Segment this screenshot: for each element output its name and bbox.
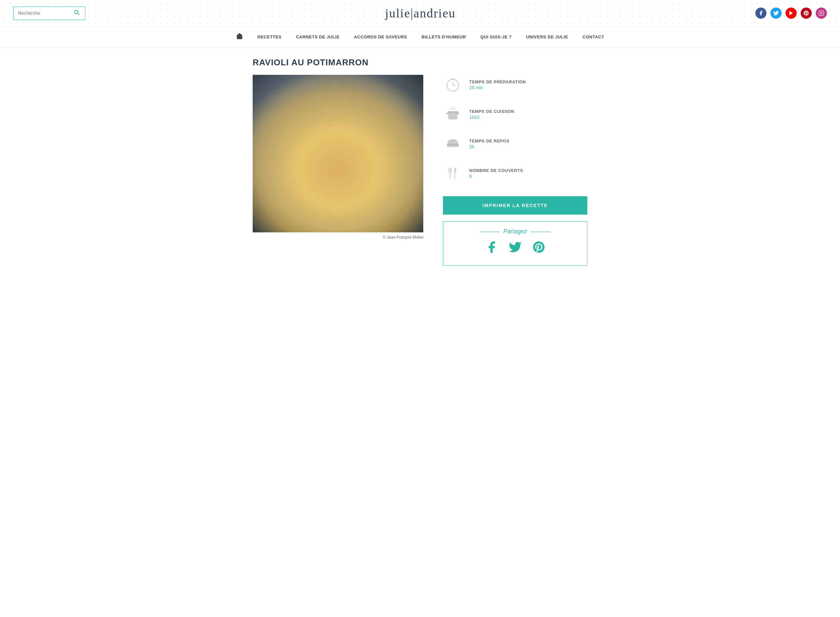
svg-point-14 [302,170,315,183]
covers-block: NOMBRE DE COUVERTS 6 [443,164,587,183]
svg-marker-11 [315,177,354,204]
cook-time-value: 1h10 [469,115,514,120]
share-twitter-icon[interactable] [508,240,522,257]
site-logo[interactable]: julie|andrieu [385,6,455,20]
pinterest-icon[interactable] [801,7,812,19]
svg-point-12 [309,130,327,144]
nav-home[interactable] [229,27,251,47]
svg-point-0 [75,10,78,14]
share-section: Partagez [443,221,587,266]
header: julie|andrieu [0,0,840,27]
covers-text: NOMBRE DE COUVERTS 6 [469,168,523,179]
svg-rect-3 [819,11,824,16]
search-input[interactable] [18,10,74,16]
svg-marker-8 [325,121,364,150]
image-caption: © Jean-François Mallet [253,235,423,239]
svg-point-16 [327,192,339,200]
svg-rect-30 [457,113,459,114]
clock-icon [443,75,463,94]
recipe-image-svg [253,75,423,232]
search-button[interactable] [74,9,80,17]
search-container [13,7,85,20]
recipe-image-column: © Jean-François Mallet [253,75,423,239]
prep-time-block: TEMPS DE PRÉPARATION 25 min [443,75,587,94]
recipe-content: © Jean-François Mallet TEMPS DE PRÉPARAT… [253,75,587,266]
nav-item-billets[interactable]: BILLETS D'HUMEUR [414,28,473,45]
print-button[interactable]: IMPRIMER LA RECETTE [443,196,587,215]
cook-time-text: TEMPS DE CUISSON 1h10 [469,109,514,120]
svg-rect-31 [447,144,459,145]
rest-time-label: TEMPS DE REPOS [469,139,510,143]
instagram-icon[interactable] [816,7,827,19]
svg-marker-9 [305,160,345,186]
main-content: RAVIOLI AU POTIMARRON [240,58,600,266]
svg-marker-10 [338,140,377,177]
share-facebook-icon[interactable] [485,240,498,257]
cutlery-icon [443,164,463,183]
facebook-icon[interactable] [755,7,766,19]
recipe-title: RAVIOLI AU POTIMARRON [253,58,587,68]
covers-label: NOMBRE DE COUVERTS [469,168,523,173]
svg-point-13 [350,125,365,136]
recipe-info-column: TEMPS DE PRÉPARATION 25 min [443,75,587,266]
pot-icon [443,104,463,124]
search-icon [74,9,80,15]
svg-point-20 [322,132,328,136]
social-icons-group [755,7,827,19]
covers-value: 6 [469,174,523,179]
svg-rect-28 [448,111,458,113]
svg-point-6 [256,101,420,232]
svg-point-19 [351,186,359,193]
youtube-icon[interactable] [785,7,797,19]
cook-time-block: TEMPS DE CUISSON 1h10 [443,104,587,124]
prep-time-value: 25 min [469,85,526,90]
svg-rect-5 [253,75,423,232]
share-pinterest-icon[interactable] [532,240,546,257]
svg-marker-2 [790,11,793,15]
cook-time-label: TEMPS DE CUISSON [469,109,514,114]
nav-item-carnets[interactable]: CARNETS DE JULIE [289,28,347,45]
share-title: Partagez [453,228,577,235]
svg-point-15 [361,156,374,164]
nav-item-contact[interactable]: CONTACT [575,28,611,45]
prep-time-label: TEMPS DE PRÉPARATION [469,80,526,84]
svg-point-21 [349,152,354,155]
twitter-icon[interactable] [771,7,782,19]
svg-point-17 [338,136,351,145]
nav-item-univers[interactable]: UNIVERS DE JULIE [519,28,575,45]
nav-item-recettes[interactable]: RECETTES [251,28,289,45]
main-nav: RECETTES CARNETS DE JULIE ACCORDS DE SAV… [0,27,840,47]
svg-rect-32 [447,145,459,147]
rest-time-value: 2h [469,144,510,149]
svg-marker-7 [299,127,351,167]
rest-time-block: TEMPS DE REPOS 2h [443,134,587,154]
svg-line-1 [78,13,80,15]
svg-rect-27 [448,112,457,120]
share-icons [453,240,577,257]
svg-point-18 [323,173,333,180]
nav-item-qui[interactable]: QUI SUIS-JE ? [473,28,519,45]
svg-rect-29 [446,113,448,114]
prep-time-text: TEMPS DE PRÉPARATION 25 min [469,80,526,90]
recipe-image [253,75,423,232]
rest-icon [443,134,463,154]
rest-time-text: TEMPS DE REPOS 2h [469,139,510,149]
nav-item-accords[interactable]: ACCORDS DE SAVEURS [347,28,414,45]
